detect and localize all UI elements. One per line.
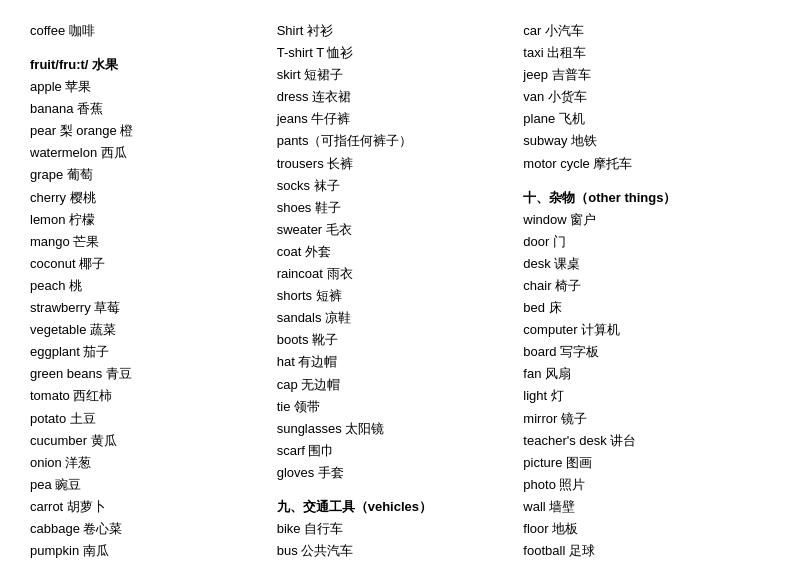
list-item: bike 自行车: [277, 518, 514, 540]
list-item: mirror 镜子: [523, 408, 760, 430]
list-item: wall 墙壁: [523, 496, 760, 518]
list-item: pea 豌豆: [30, 474, 267, 496]
list-item: 十、杂物（other things）: [523, 189, 760, 207]
list-item: socks 袜子: [277, 175, 514, 197]
list-item: gloves 手套: [277, 462, 514, 484]
list-item: peach 桃: [30, 275, 267, 297]
list-item: Shirt 衬衫: [277, 20, 514, 42]
list-item: green beans 青豆: [30, 363, 267, 385]
list-item: bed 床: [523, 297, 760, 319]
list-item: computer 计算机: [523, 319, 760, 341]
list-item: jeep 吉普车: [523, 64, 760, 86]
list-item: taxi 出租车: [523, 42, 760, 64]
list-item: strawberry 草莓: [30, 297, 267, 319]
list-item: onion 洋葱: [30, 452, 267, 474]
list-item: coffee 咖啡: [30, 20, 267, 42]
list-item: car 小汽车: [523, 20, 760, 42]
list-item: grape 葡萄: [30, 164, 267, 186]
list-item: jeans 牛仔裤: [277, 108, 514, 130]
list-item: coconut 椰子: [30, 253, 267, 275]
list-item: sweet potato 红薯: [30, 562, 267, 566]
list-item: scarf 围巾: [277, 440, 514, 462]
list-item: shorts 短裤: [277, 285, 514, 307]
list-item: boots 靴子: [277, 329, 514, 351]
list-item: present /gift 礼物: [523, 562, 760, 566]
list-item: pear 梨 orange 橙: [30, 120, 267, 142]
list-item: plane 飞机: [523, 108, 760, 130]
list-item: cucumber 黄瓜: [30, 430, 267, 452]
list-item: eggplant 茄子: [30, 341, 267, 363]
list-item: door 门: [523, 231, 760, 253]
column-1: coffee 咖啡fruit/fru:t/ 水果apple 苹果banana 香…: [30, 20, 277, 566]
main-content: coffee 咖啡fruit/fru:t/ 水果apple 苹果banana 香…: [30, 20, 770, 566]
list-item: teacher's desk 讲台: [523, 430, 760, 452]
list-item: light 灯: [523, 385, 760, 407]
list-item: carrot 胡萝卜: [30, 496, 267, 518]
list-item: fruit/fru:t/ 水果: [30, 56, 267, 74]
list-item: dress 连衣裙: [277, 86, 514, 108]
list-item: sunglasses 太阳镜: [277, 418, 514, 440]
list-item: 九、交通工具（vehicles）: [277, 498, 514, 516]
list-item: window 窗户: [523, 209, 760, 231]
list-item: apple 苹果: [30, 76, 267, 98]
list-item: van 小货车: [523, 86, 760, 108]
list-item: raincoat 雨衣: [277, 263, 514, 285]
list-item: cherry 樱桃: [30, 187, 267, 209]
list-item: lemon 柠檬: [30, 209, 267, 231]
list-item: pants（可指任何裤子）: [277, 130, 514, 152]
list-item: pumpkin 南瓜: [30, 540, 267, 562]
list-item: sweater 毛衣: [277, 219, 514, 241]
list-item: mango 芒果: [30, 231, 267, 253]
list-item: picture 图画: [523, 452, 760, 474]
list-item: desk 课桌: [523, 253, 760, 275]
list-item: bus 公共汽车: [277, 540, 514, 562]
list-item: chair 椅子: [523, 275, 760, 297]
list-item: train 火车: [277, 562, 514, 566]
list-item: photo 照片: [523, 474, 760, 496]
list-item: fan 风扇: [523, 363, 760, 385]
list-item: tomato 西红柿: [30, 385, 267, 407]
list-item: T-shirt T 恤衫: [277, 42, 514, 64]
list-item: skirt 短裙子: [277, 64, 514, 86]
column-3: car 小汽车taxi 出租车jeep 吉普车van 小货车plane 飞机su…: [523, 20, 770, 566]
list-item: shoes 鞋子: [277, 197, 514, 219]
list-item: coat 外套: [277, 241, 514, 263]
list-item: cap 无边帽: [277, 374, 514, 396]
list-item: tie 领带: [277, 396, 514, 418]
list-item: banana 香蕉: [30, 98, 267, 120]
list-item: motor cycle 摩托车: [523, 153, 760, 175]
column-2: Shirt 衬衫T-shirt T 恤衫skirt 短裙子dress 连衣裙je…: [277, 20, 524, 566]
list-item: hat 有边帽: [277, 351, 514, 373]
list-item: football 足球: [523, 540, 760, 562]
list-item: sandals 凉鞋: [277, 307, 514, 329]
list-item: potato 土豆: [30, 408, 267, 430]
list-item: watermelon 西瓜: [30, 142, 267, 164]
list-item: subway 地铁: [523, 130, 760, 152]
list-item: floor 地板: [523, 518, 760, 540]
list-item: trousers 长裤: [277, 153, 514, 175]
list-item: board 写字板: [523, 341, 760, 363]
list-item: vegetable 蔬菜: [30, 319, 267, 341]
list-item: cabbage 卷心菜: [30, 518, 267, 540]
